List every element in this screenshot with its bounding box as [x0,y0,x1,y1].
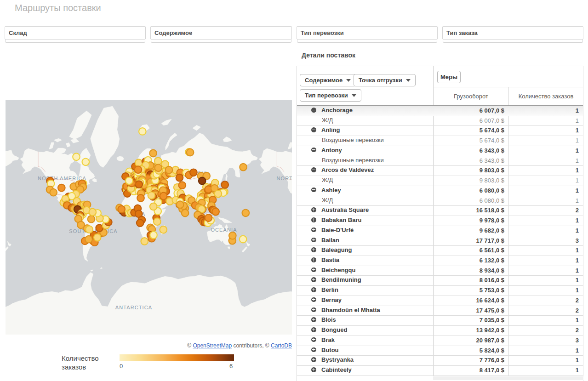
svg-text:ANTARCTICA: ANTARCTICA [115,305,152,310]
svg-text:NORTH AMERICA: NORTH AMERICA [38,176,86,181]
svg-text:NORTH AMERICA: NORTH AMERICA [277,176,292,181]
